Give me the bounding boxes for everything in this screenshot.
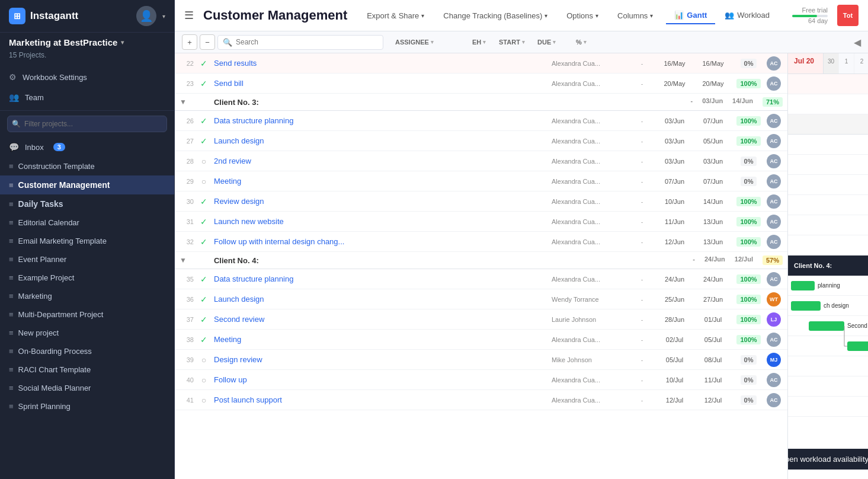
sidebar-item-email[interactable]: ≡ Email Marketing Template	[0, 232, 174, 250]
sidebar-item-event[interactable]: ≡ Event Planner	[0, 250, 174, 269]
avatar-circle: AC	[767, 114, 781, 128]
avatar-circle: AC	[767, 235, 781, 249]
row-name: Launch design	[210, 136, 552, 145]
row-check[interactable]: ✓	[197, 237, 210, 247]
table-row[interactable]: 29 ○ Meeting Alexandra Cua... - 07/Jun 0…	[175, 171, 787, 191]
sidebar-item-multi[interactable]: ≡ Multi-Department Project	[0, 305, 174, 324]
search-input[interactable]	[236, 38, 378, 46]
row-assignee: Laurie Johnson	[552, 316, 629, 323]
sidebar-item-customer[interactable]: ≡ Customer Management	[0, 175, 174, 194]
table-row[interactable]: 39 ○ Design review Mike Johnson - 05/Jul…	[175, 350, 787, 370]
options-button[interactable]: Options ▾	[560, 8, 604, 23]
row-start: 03/Jun	[655, 138, 694, 145]
row-assignee: Alexandra Cua...	[552, 376, 629, 384]
row-name: Launch new website	[210, 217, 552, 226]
row-num: 31	[180, 218, 197, 225]
row-check[interactable]: ✓	[197, 274, 210, 284]
sidebar-item-team[interactable]: 👥 Team	[0, 87, 174, 107]
sidebar-item-new[interactable]: ≡ New project	[0, 324, 174, 342]
row-pct: 100%	[732, 335, 765, 344]
row-name: Design review	[210, 355, 552, 364]
sidebar-chevron-icon[interactable]: ▾	[162, 13, 165, 20]
row-check[interactable]: ✓	[197, 197, 210, 206]
row-check[interactable]: ✓	[197, 116, 210, 126]
collapse-button[interactable]: −	[200, 34, 215, 50]
col-assignee-header[interactable]: ASSIGNEE ▾	[392, 39, 469, 46]
app-logo: ⊞ Instagantt	[9, 8, 78, 24]
avatar-circle: AC	[767, 393, 781, 407]
project-label: Sprint Planning	[18, 402, 71, 411]
collapse-icon[interactable]: ▼	[180, 98, 187, 106]
row-check[interactable]: ○	[197, 395, 210, 405]
col-eh-header[interactable]: EH ▾	[469, 39, 495, 46]
expand-button[interactable]: +	[182, 34, 197, 50]
group-title-client3: Client No. 3:	[214, 98, 259, 107]
table-row[interactable]: 22 ✓ Send results Alexandra Cua... - 16/…	[175, 53, 787, 74]
list-icon: ≡	[9, 384, 14, 392]
col-pct-header[interactable]: % ▾	[572, 39, 605, 46]
collapse-icon[interactable]: ▼	[180, 256, 187, 264]
row-name: Follow up with internal design chang...	[210, 237, 552, 246]
table-row[interactable]: 35 ✓ Data structure planning Alexandra C…	[175, 269, 787, 289]
gantt-day: 1	[839, 53, 854, 74]
change-tracking-button[interactable]: Change Tracking (Baselines) ▾	[437, 8, 553, 23]
sidebar-item-workbook-settings[interactable]: ⚙ Workbook Settings	[0, 67, 174, 87]
sidebar-item-example[interactable]: ≡ Example Project	[0, 269, 174, 287]
project-label: Editorial Calendar	[18, 218, 79, 227]
row-check[interactable]: ✓	[197, 335, 210, 344]
filter-input[interactable]	[7, 116, 167, 132]
menu-icon[interactable]: ☰	[184, 9, 194, 22]
table-row[interactable]: 38 ✓ Meeting Alexandra Cua... - 02/Jul 0…	[175, 330, 787, 350]
row-start: 25/Jun	[655, 296, 694, 303]
col-start-header[interactable]: START ▾	[495, 39, 534, 46]
list-icon: ≡	[9, 218, 14, 227]
back-button[interactable]: ◀	[854, 37, 861, 48]
group-start: -	[693, 256, 695, 265]
sidebar-item-marketing[interactable]: ≡ Marketing	[0, 287, 174, 305]
table-row[interactable]: 27 ✓ Launch design Alexandra Cua... - 03…	[175, 131, 787, 151]
table-row[interactable]: 41 ○ Post launch support Alexandra Cua..…	[175, 390, 787, 410]
workspace-name[interactable]: Marketing at BestPractice ▾	[0, 33, 174, 50]
tab-gantt[interactable]: 📊 Gantt	[666, 7, 715, 24]
table-row[interactable]: 26 ✓ Data structure planning Alexandra C…	[175, 111, 787, 131]
check-pending-icon: ○	[201, 355, 206, 365]
table-row[interactable]: 28 ○ 2nd review Alexandra Cua... - 03/Ju…	[175, 151, 787, 171]
table-row[interactable]: 23 ✓ Send bill Alexandra Cua... - 20/May…	[175, 74, 787, 94]
table-row[interactable]: 31 ✓ Launch new website Alexandra Cua...…	[175, 212, 787, 232]
table-row[interactable]: 40 ○ Follow up Alexandra Cua... - 10/Jul…	[175, 370, 787, 390]
row-check[interactable]: ✓	[197, 217, 210, 226]
sidebar-item-raci[interactable]: ≡ RACI Chart Template	[0, 360, 174, 379]
export-share-button[interactable]: Export & Share ▾	[361, 8, 430, 23]
row-check[interactable]: ○	[197, 177, 210, 186]
row-check[interactable]: ✓	[197, 59, 210, 68]
tab-workload[interactable]: 👥 Workload	[716, 7, 778, 24]
row-check[interactable]: ✓	[197, 315, 210, 324]
row-check[interactable]: ✓	[197, 295, 210, 304]
row-check[interactable]: ○	[197, 355, 210, 365]
workload-button[interactable]: Open workload availability ▾	[788, 449, 868, 470]
row-name: Review design	[210, 197, 552, 206]
sidebar-item-daily[interactable]: ≡ Daily Tasks	[0, 194, 174, 213]
sidebar-item-onboarding[interactable]: ≡ On-Boarding Process	[0, 342, 174, 360]
row-assignee: Alexandra Cua...	[552, 158, 629, 165]
sidebar-item-social[interactable]: ≡ Social Media Planner	[0, 379, 174, 397]
row-check[interactable]: ✓	[197, 136, 210, 146]
row-check[interactable]: ○	[197, 157, 210, 166]
columns-button[interactable]: Columns ▾	[611, 8, 659, 23]
list-icon: ≡	[9, 365, 14, 374]
avatar[interactable]: 👤	[136, 6, 156, 26]
row-check[interactable]: ✓	[197, 79, 210, 88]
col-due-header[interactable]: DUE ▾	[534, 39, 572, 46]
sidebar-item-sprint[interactable]: ≡ Sprint Planning	[0, 397, 174, 416]
table-row[interactable]: 36 ✓ Launch design Wendy Torrance - 25/J…	[175, 289, 787, 309]
sidebar-item-inbox[interactable]: 💬 Inbox 3	[0, 137, 174, 157]
row-check[interactable]: ○	[197, 375, 210, 385]
row-pct: 100%	[732, 79, 765, 88]
sidebar-item-editorial[interactable]: ≡ Editorial Calendar	[0, 213, 174, 232]
table-row[interactable]: 32 ✓ Follow up with internal design chan…	[175, 232, 787, 252]
table-row[interactable]: 30 ✓ Review design Alexandra Cua... - 10…	[175, 191, 787, 212]
check-done-icon: ✓	[200, 295, 207, 304]
project-list: ≡ Construction Template ≡ Customer Manag…	[0, 157, 174, 479]
sidebar-item-construction[interactable]: ≡ Construction Template	[0, 157, 174, 175]
table-row[interactable]: 37 ✓ Second review Laurie Johnson - 28/J…	[175, 309, 787, 330]
